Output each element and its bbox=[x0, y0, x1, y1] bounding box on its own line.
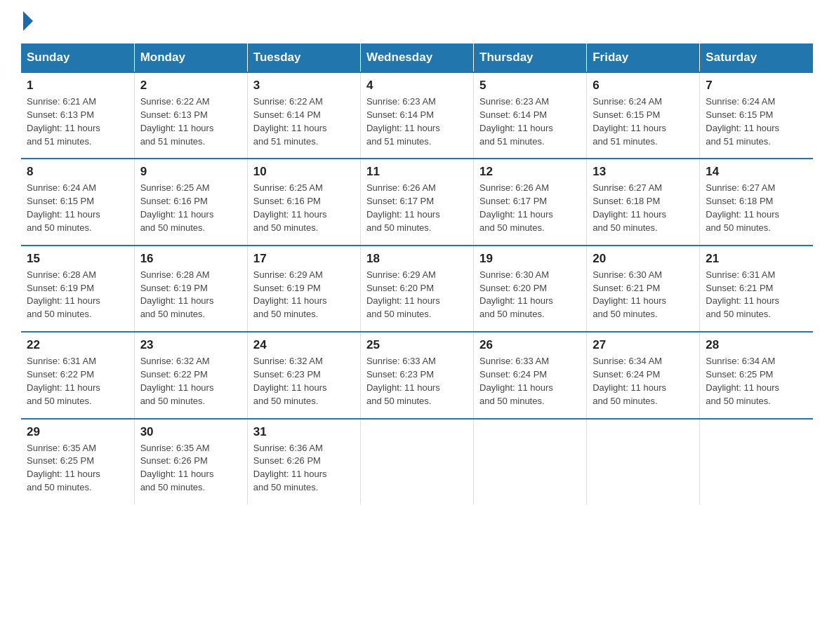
day-number: 4 bbox=[366, 79, 468, 93]
col-header-saturday: Saturday bbox=[700, 43, 813, 72]
calendar-cell: 4Sunrise: 6:23 AMSunset: 6:14 PMDaylight… bbox=[360, 72, 473, 159]
calendar-cell: 26Sunrise: 6:33 AMSunset: 6:24 PMDayligh… bbox=[474, 332, 587, 418]
day-number: 3 bbox=[253, 79, 355, 93]
day-number: 22 bbox=[27, 338, 128, 352]
day-info: Sunrise: 6:26 AMSunset: 6:17 PMDaylight:… bbox=[366, 182, 468, 234]
day-number: 6 bbox=[593, 79, 694, 93]
day-info: Sunrise: 6:29 AMSunset: 6:19 PMDaylight:… bbox=[253, 269, 355, 321]
day-info: Sunrise: 6:28 AMSunset: 6:19 PMDaylight:… bbox=[27, 269, 128, 321]
calendar-cell: 23Sunrise: 6:32 AMSunset: 6:22 PMDayligh… bbox=[134, 332, 247, 418]
day-info: Sunrise: 6:33 AMSunset: 6:24 PMDaylight:… bbox=[479, 355, 581, 408]
day-info: Sunrise: 6:22 AMSunset: 6:13 PMDaylight:… bbox=[140, 95, 241, 148]
day-number: 25 bbox=[366, 338, 468, 352]
day-number: 28 bbox=[706, 338, 807, 352]
calendar-cell: 24Sunrise: 6:32 AMSunset: 6:23 PMDayligh… bbox=[247, 332, 360, 418]
calendar-cell: 29Sunrise: 6:35 AMSunset: 6:25 PMDayligh… bbox=[21, 419, 134, 504]
day-number: 26 bbox=[479, 338, 581, 352]
day-number: 24 bbox=[253, 338, 355, 352]
calendar-cell bbox=[474, 419, 587, 504]
day-info: Sunrise: 6:25 AMSunset: 6:16 PMDaylight:… bbox=[253, 182, 355, 234]
day-number: 16 bbox=[140, 252, 241, 266]
col-header-sunday: Sunday bbox=[21, 43, 134, 72]
day-info: Sunrise: 6:35 AMSunset: 6:26 PMDaylight:… bbox=[140, 442, 241, 495]
day-info: Sunrise: 6:24 AMSunset: 6:15 PMDaylight:… bbox=[706, 95, 807, 148]
day-number: 20 bbox=[593, 252, 694, 266]
calendar-cell: 17Sunrise: 6:29 AMSunset: 6:19 PMDayligh… bbox=[247, 246, 360, 332]
day-info: Sunrise: 6:26 AMSunset: 6:17 PMDaylight:… bbox=[479, 182, 581, 234]
calendar-cell: 20Sunrise: 6:30 AMSunset: 6:21 PMDayligh… bbox=[587, 246, 700, 332]
day-info: Sunrise: 6:32 AMSunset: 6:22 PMDaylight:… bbox=[140, 355, 241, 408]
col-header-thursday: Thursday bbox=[474, 43, 587, 72]
calendar-cell: 10Sunrise: 6:25 AMSunset: 6:16 PMDayligh… bbox=[247, 159, 360, 245]
day-number: 8 bbox=[27, 165, 128, 179]
day-info: Sunrise: 6:21 AMSunset: 6:13 PMDaylight:… bbox=[27, 95, 128, 148]
day-number: 14 bbox=[706, 165, 807, 179]
day-info: Sunrise: 6:34 AMSunset: 6:24 PMDaylight:… bbox=[593, 355, 694, 408]
day-number: 17 bbox=[253, 252, 355, 266]
calendar-cell: 7Sunrise: 6:24 AMSunset: 6:15 PMDaylight… bbox=[700, 72, 813, 159]
day-info: Sunrise: 6:36 AMSunset: 6:26 PMDaylight:… bbox=[253, 442, 355, 495]
day-info: Sunrise: 6:23 AMSunset: 6:14 PMDaylight:… bbox=[366, 95, 468, 148]
calendar-table: SundayMondayTuesdayWednesdayThursdayFrid… bbox=[21, 43, 813, 504]
calendar-cell: 6Sunrise: 6:24 AMSunset: 6:15 PMDaylight… bbox=[587, 72, 700, 159]
day-info: Sunrise: 6:29 AMSunset: 6:20 PMDaylight:… bbox=[366, 269, 468, 321]
calendar-week-row: 15Sunrise: 6:28 AMSunset: 6:19 PMDayligh… bbox=[21, 246, 813, 332]
calendar-cell: 15Sunrise: 6:28 AMSunset: 6:19 PMDayligh… bbox=[21, 246, 134, 332]
calendar-cell: 22Sunrise: 6:31 AMSunset: 6:22 PMDayligh… bbox=[21, 332, 134, 418]
calendar-cell: 21Sunrise: 6:31 AMSunset: 6:21 PMDayligh… bbox=[700, 246, 813, 332]
calendar-cell: 19Sunrise: 6:30 AMSunset: 6:20 PMDayligh… bbox=[474, 246, 587, 332]
calendar-cell: 8Sunrise: 6:24 AMSunset: 6:15 PMDaylight… bbox=[21, 159, 134, 245]
col-header-friday: Friday bbox=[587, 43, 700, 72]
day-number: 5 bbox=[479, 79, 581, 93]
calendar-cell: 18Sunrise: 6:29 AMSunset: 6:20 PMDayligh… bbox=[360, 246, 473, 332]
day-info: Sunrise: 6:31 AMSunset: 6:21 PMDaylight:… bbox=[706, 269, 807, 321]
day-number: 1 bbox=[27, 79, 128, 93]
day-number: 12 bbox=[479, 165, 581, 179]
col-header-tuesday: Tuesday bbox=[247, 43, 360, 72]
day-info: Sunrise: 6:34 AMSunset: 6:25 PMDaylight:… bbox=[706, 355, 807, 408]
day-info: Sunrise: 6:31 AMSunset: 6:22 PMDaylight:… bbox=[27, 355, 128, 408]
calendar-cell bbox=[700, 419, 813, 504]
calendar-cell bbox=[360, 419, 473, 504]
calendar-cell: 30Sunrise: 6:35 AMSunset: 6:26 PMDayligh… bbox=[134, 419, 247, 504]
calendar-cell: 14Sunrise: 6:27 AMSunset: 6:18 PMDayligh… bbox=[700, 159, 813, 245]
day-info: Sunrise: 6:30 AMSunset: 6:20 PMDaylight:… bbox=[479, 269, 581, 321]
day-number: 9 bbox=[140, 165, 241, 179]
calendar-cell: 9Sunrise: 6:25 AMSunset: 6:16 PMDaylight… bbox=[134, 159, 247, 245]
day-info: Sunrise: 6:22 AMSunset: 6:14 PMDaylight:… bbox=[253, 95, 355, 148]
day-number: 31 bbox=[253, 425, 355, 439]
col-header-wednesday: Wednesday bbox=[360, 43, 473, 72]
calendar-cell: 5Sunrise: 6:23 AMSunset: 6:14 PMDaylight… bbox=[474, 72, 587, 159]
calendar-cell: 25Sunrise: 6:33 AMSunset: 6:23 PMDayligh… bbox=[360, 332, 473, 418]
day-info: Sunrise: 6:25 AMSunset: 6:16 PMDaylight:… bbox=[140, 182, 241, 234]
calendar-week-row: 29Sunrise: 6:35 AMSunset: 6:25 PMDayligh… bbox=[21, 419, 813, 504]
day-info: Sunrise: 6:24 AMSunset: 6:15 PMDaylight:… bbox=[593, 95, 694, 148]
day-number: 15 bbox=[27, 252, 128, 266]
day-number: 18 bbox=[366, 252, 468, 266]
day-number: 21 bbox=[706, 252, 807, 266]
calendar-header-row: SundayMondayTuesdayWednesdayThursdayFrid… bbox=[21, 43, 813, 72]
day-info: Sunrise: 6:23 AMSunset: 6:14 PMDaylight:… bbox=[479, 95, 581, 148]
day-info: Sunrise: 6:35 AMSunset: 6:25 PMDaylight:… bbox=[27, 442, 128, 495]
calendar-cell: 11Sunrise: 6:26 AMSunset: 6:17 PMDayligh… bbox=[360, 159, 473, 245]
day-number: 23 bbox=[140, 338, 241, 352]
day-info: Sunrise: 6:32 AMSunset: 6:23 PMDaylight:… bbox=[253, 355, 355, 408]
calendar-cell: 12Sunrise: 6:26 AMSunset: 6:17 PMDayligh… bbox=[474, 159, 587, 245]
day-info: Sunrise: 6:30 AMSunset: 6:21 PMDaylight:… bbox=[593, 269, 694, 321]
calendar-cell: 13Sunrise: 6:27 AMSunset: 6:18 PMDayligh… bbox=[587, 159, 700, 245]
day-number: 27 bbox=[593, 338, 694, 352]
calendar-cell: 1Sunrise: 6:21 AMSunset: 6:13 PMDaylight… bbox=[21, 72, 134, 159]
calendar-week-row: 8Sunrise: 6:24 AMSunset: 6:15 PMDaylight… bbox=[21, 159, 813, 245]
day-info: Sunrise: 6:27 AMSunset: 6:18 PMDaylight:… bbox=[593, 182, 694, 234]
day-number: 19 bbox=[479, 252, 581, 266]
day-info: Sunrise: 6:28 AMSunset: 6:19 PMDaylight:… bbox=[140, 269, 241, 321]
calendar-cell: 16Sunrise: 6:28 AMSunset: 6:19 PMDayligh… bbox=[134, 246, 247, 332]
col-header-monday: Monday bbox=[134, 43, 247, 72]
calendar-week-row: 22Sunrise: 6:31 AMSunset: 6:22 PMDayligh… bbox=[21, 332, 813, 418]
day-number: 30 bbox=[140, 425, 241, 439]
page-header bbox=[21, 14, 813, 31]
day-number: 2 bbox=[140, 79, 241, 93]
logo-arrow-icon bbox=[23, 11, 33, 31]
day-info: Sunrise: 6:33 AMSunset: 6:23 PMDaylight:… bbox=[366, 355, 468, 408]
day-number: 10 bbox=[253, 165, 355, 179]
